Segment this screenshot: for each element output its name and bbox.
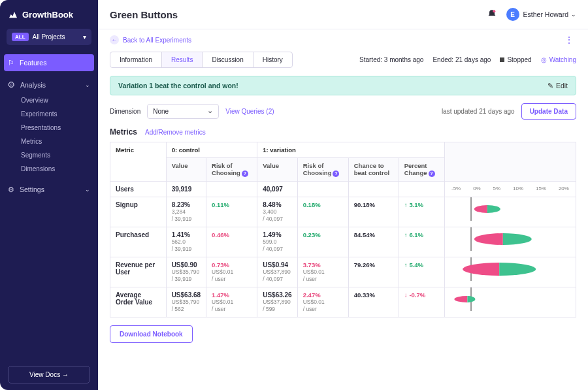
metric-users: Users: [110, 182, 167, 197]
arrow-up-icon: ↑: [404, 261, 408, 268]
sidebar-item-presentations[interactable]: Presentations: [0, 121, 98, 135]
arrow-up-icon: ↑: [404, 201, 408, 208]
c1-risk: 0.23%: [297, 227, 348, 257]
c0-risk: 0.73%US$0.01/ user: [206, 257, 257, 287]
update-data-button[interactable]: Update Data: [521, 103, 576, 120]
tab-information[interactable]: Information: [110, 52, 162, 67]
c0-value: US$0.90US$35,790/ 39,919: [166, 257, 206, 287]
col-c1-value: Value: [257, 158, 297, 182]
avatar: E: [506, 8, 519, 21]
chance: 40.33%: [348, 287, 399, 317]
arrow-up-icon: ↑: [404, 231, 408, 238]
view-docs-button[interactable]: View Docs →: [8, 366, 90, 383]
add-remove-metrics-link[interactable]: Add/Remove metrics: [145, 129, 206, 136]
violin-plot: [445, 287, 576, 311]
users-c1: 40,097: [257, 182, 297, 197]
logo[interactable]: GrowthBook: [0, 7, 98, 29]
table-row: Revenue per User US$0.90US$35,790/ 39,91…: [110, 257, 576, 287]
col-chance: Chance to beat control: [348, 158, 399, 182]
change: ↑ 6.1%: [399, 227, 444, 257]
experiment-meta: Started: 3 months ago Ended: 21 days ago…: [359, 56, 576, 63]
tab-results[interactable]: Results: [162, 52, 203, 67]
dimension-select[interactable]: None: [147, 104, 219, 119]
nav-settings[interactable]: ⚙ Settings ⌄: [0, 181, 98, 198]
violin-cell: [445, 287, 576, 317]
nav-analysis[interactable]: ⭗ Analysis ⌄: [0, 76, 98, 93]
main: Green Buttons E Esther Howard ⌄ ← Back t…: [98, 0, 588, 390]
metrics-header: Metrics Add/Remove metrics: [110, 127, 576, 137]
sidebar-item-metrics[interactable]: Metrics: [0, 135, 98, 148]
tab-history[interactable]: History: [253, 52, 292, 67]
bell-icon[interactable]: [487, 9, 497, 20]
back-link[interactable]: ← Back to All Experiments: [110, 35, 191, 44]
col-c0-value: Value: [166, 158, 206, 182]
winner-banner: Variation 1 beat the control and won! ✎E…: [110, 76, 576, 95]
c0-risk: 0.11%: [206, 197, 257, 227]
project-label: All Projects: [33, 33, 65, 41]
user-name: Esther Howard: [523, 10, 568, 18]
download-notebook-button[interactable]: Download Notebook: [110, 325, 193, 343]
project-badge: ALL: [12, 33, 29, 41]
c1-risk: 3.73%US$0.01/ user: [297, 257, 348, 287]
col-c0-risk: Risk of Choosing?: [206, 158, 257, 182]
more-menu[interactable]: ⋮: [562, 35, 576, 45]
flag-icon: ⚐: [8, 59, 14, 67]
chart-icon: ⭗: [8, 81, 15, 89]
page-title: Green Buttons: [110, 9, 178, 20]
growthbook-icon: [8, 9, 18, 20]
col-pct: Percent Change?: [399, 158, 444, 182]
table-row: Average Order Value US$63.68US$35,790/ 5…: [110, 287, 576, 317]
content: Variation 1 beat the control and won! ✎E…: [98, 76, 588, 390]
c0-value: 8.23%3,284/ 39,919: [166, 197, 206, 227]
change: ↓ -0.7%: [399, 287, 444, 317]
col-c1-risk: Risk of Choosing?: [297, 158, 348, 182]
change: ↑ 3.1%: [399, 197, 444, 227]
tabs-row: InformationResultsDiscussionHistory Star…: [98, 45, 588, 76]
col-metric: Metric: [110, 142, 167, 182]
chevron-down-icon: ⌄: [85, 82, 90, 88]
dimension-row: Dimension None View Queries (2) last upd…: [110, 103, 576, 120]
c0-risk: 1.47%US$0.01/ user: [206, 287, 257, 317]
metric-name: Average Order Value: [110, 287, 167, 317]
help-icon[interactable]: ?: [333, 171, 339, 177]
pencil-icon: ✎: [547, 82, 553, 89]
svg-point-0: [493, 10, 495, 12]
violin-cell: [445, 257, 576, 287]
tab-discussion[interactable]: Discussion: [203, 52, 253, 67]
c1-risk: 2.47%US$0.01/ user: [297, 287, 348, 317]
c1-value: 1.49%599.0/ 40,097: [257, 227, 297, 257]
sidebar: GrowthBook ALL All Projects ▾ ⚐ Features…: [0, 0, 98, 390]
metric-name: Purchased: [110, 227, 167, 257]
banner-text: Variation 1 beat the control and won!: [118, 82, 238, 89]
sidebar-item-overview[interactable]: Overview: [0, 93, 98, 107]
c1-value: 8.48%3,400/ 40,097: [257, 197, 297, 227]
help-icon[interactable]: ?: [429, 171, 435, 177]
col-variation: 1: variation: [257, 142, 445, 158]
violin-plot: [445, 227, 576, 251]
sidebar-item-dimensions[interactable]: Dimensions: [0, 162, 98, 176]
col-control: 0: control: [166, 142, 257, 158]
nav-features[interactable]: ⚐ Features: [4, 54, 94, 71]
watching-toggle[interactable]: ◎Watching: [541, 56, 576, 63]
user-menu[interactable]: E Esther Howard ⌄: [506, 8, 576, 21]
ended-label: Ended: 21 days ago: [433, 56, 491, 63]
c0-value: 1.41%562.0/ 39,919: [166, 227, 206, 257]
c1-value: US$63.26US$37,890/ 599: [257, 287, 297, 317]
violin-plot: [445, 197, 576, 221]
topbar: Green Buttons E Esther Howard ⌄: [98, 0, 588, 29]
help-icon[interactable]: ?: [242, 171, 248, 177]
chance: 90.18%: [348, 197, 399, 227]
users-row: Users 39,919 40,097 -5%0%5%10%15%20%: [110, 182, 576, 197]
results-table: Metric 0: control 1: variation Value Ris…: [110, 142, 576, 317]
c1-value: US$0.94US$37,890/ 40,097: [257, 257, 297, 287]
project-selector[interactable]: ALL All Projects ▾: [7, 29, 91, 45]
arrow-down-icon: ↓: [404, 291, 408, 299]
sidebar-item-segments[interactable]: Segments: [0, 148, 98, 162]
chevron-down-icon: ⌄: [571, 11, 576, 18]
table-row: Purchased 1.41%562.0/ 39,919 0.46% 1.49%…: [110, 227, 576, 257]
view-queries-link[interactable]: View Queries (2): [225, 108, 274, 115]
sidebar-item-experiments[interactable]: Experiments: [0, 107, 98, 121]
brand-name: GrowthBook: [22, 10, 73, 20]
chevron-down-icon: ⌄: [85, 186, 90, 193]
edit-button[interactable]: ✎Edit: [547, 82, 568, 89]
